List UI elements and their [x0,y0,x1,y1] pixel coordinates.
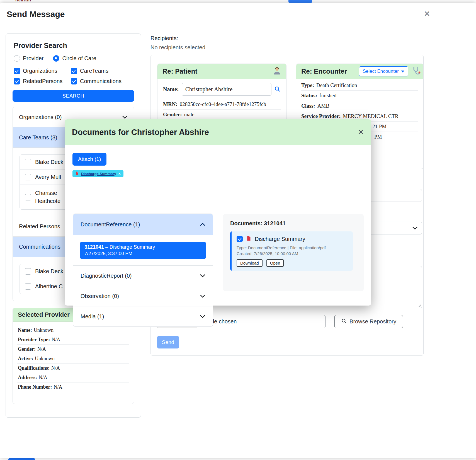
care-team-checkbox[interactable] [25,174,31,180]
send-button[interactable]: Send [157,336,179,348]
document-meta: Type: DocumentReference | File: applicat… [237,245,348,250]
dialog-title: Send Message [7,9,65,19]
provider-search-title: Provider Search [14,42,134,50]
stethoscope-icon [411,66,421,77]
chip-label: Discharge Summary [81,172,116,176]
related-persons-row-label: Related Persons [19,223,60,230]
section-media[interactable]: Media (1) [73,306,213,326]
document-name: Discharge Summary [255,236,305,242]
documents-modal: Documents for Christopher Abshire ✕ Atta… [65,119,371,306]
communication-checkbox[interactable] [25,283,31,290]
pdf-icon [246,235,251,243]
circle-of-care-radio-label: Circle of Care [62,55,96,62]
document-card: Discharge Summary Type: DocumentReferenc… [230,231,353,271]
patient-gender-row: Gender:male [163,110,281,120]
communications-checkbox-control[interactable] [71,78,77,84]
careteams-checkbox-control[interactable] [71,68,77,74]
document-checkbox[interactable] [237,236,243,242]
provider-search-mode-radios: Provider Circle of Care [14,55,133,62]
circle-of-care-radio-control[interactable] [53,55,59,62]
provider-radio-label: Provider [23,55,43,62]
resource-accordion: DocumentReference (1) 3121041 – Discharg… [73,214,213,327]
caret-down-icon [401,71,404,72]
documents-modal-header: Documents for Christopher Abshire ✕ [65,119,371,145]
care-team-label: Avery Mull [35,174,61,180]
provider-field: Provider Type:N/A [17,335,129,345]
encounter-field: Status:finished [301,91,418,101]
encounter-field: Type:Death Certification [301,80,418,91]
selected-provider-title: Selected Provider [18,311,70,318]
recipients-label: Recipients: [150,35,178,42]
re-patient-title: Re: Patient [162,67,197,75]
organizations-checkbox-control[interactable] [14,68,20,74]
background-page-top-strip: Refresh [0,0,476,3]
documents-heading: Documents: 3121041 [230,220,356,227]
attach-button[interactable]: Attach (1) [72,153,106,166]
recipients-empty-text: No recipients selected [150,44,205,51]
background-blue-button-fragment[interactable] [288,0,312,3]
section-diagnosticreport[interactable]: DiagnosticReport (0) [73,265,213,286]
patient-name-input[interactable] [182,83,271,96]
patient-mrn-row: MRN:028250cc-cfc0-4dee-a771-78fde1275fcb [163,99,281,110]
checkbox-organizations[interactable]: Organizations [14,68,71,74]
care-team-checkbox[interactable] [25,194,31,200]
textarea-resize-handle[interactable] [417,304,421,307]
section-documentreference[interactable]: DocumentReference (1) [73,214,213,235]
search-button[interactable]: SEARCH [13,90,134,102]
selected-provider-details: Name:Unknown Provider Type:N/A Gender:N/… [13,322,134,404]
select-encounter-button[interactable]: Select Encounter [359,66,408,76]
person-icon [273,67,281,76]
dialog-close-icon[interactable]: ✕ [424,10,430,18]
app-root: Refresh Send Message ✕ Provider Search P… [0,0,476,460]
provider-radio-control[interactable] [14,55,20,62]
communications-row-label: Communications [19,244,60,250]
background-bottom-button-fragment[interactable] [8,458,35,460]
checkbox-relatedpersons[interactable]: RelatedPersons [14,78,71,84]
relatedpersons-checkbox-label: RelatedPersons [23,78,62,84]
care-team-checkbox[interactable] [25,159,31,165]
re-encounter-header: Re: Encounter Select Encounter [296,64,423,79]
radio-provider[interactable]: Provider [14,55,43,62]
open-button[interactable]: Open [266,259,284,267]
send-message-dialog: Send Message ✕ Provider Search Provider … [0,3,476,458]
documents-modal-title: Documents for Christopher Abshire [72,128,209,137]
checkbox-communications[interactable]: Communications [71,78,133,84]
communications-checkbox-label: Communications [80,78,122,84]
provider-field: Active:Unknown [17,354,129,364]
download-button[interactable]: Download [237,259,263,267]
background-refresh-button[interactable]: Refresh [15,0,31,2]
chip-remove-icon[interactable]: × [118,171,121,176]
encounter-field: Class:AMB [301,101,418,111]
documentreference-panel: 3121041 – Discharge Summary 7/27/2025, 3… [73,235,213,265]
communication-label: Blake Deck [35,268,63,275]
documents-modal-body: Attach (1) Discharge Summary × DocumentR… [65,145,371,185]
organizations-row-label: Organizations (0) [19,114,62,120]
care-team-label: Charisse Heathcote [35,189,66,205]
attachment-chip[interactable]: Discharge Summary × [72,170,123,177]
chevron-down-icon [200,293,205,299]
chevron-down-icon [412,225,418,231]
dialog-header: Send Message ✕ [0,3,476,27]
re-patient-header: Re: Patient [157,64,286,79]
provider-field: Address:N/A [17,373,129,382]
radio-circle-of-care[interactable]: Circle of Care [53,55,96,62]
chevron-down-icon [122,114,128,120]
provider-field: Qualifications:N/A [17,364,129,373]
document-created: Created: 7/26/2025, 10:00:00 AM [237,251,348,256]
provider-field: Name:Unknown [17,326,129,335]
re-patient-body: Name: MRN:028250cc-cfc0-4dee-a771-78fde1… [157,79,286,120]
provider-field: Gender:N/A [17,345,129,354]
careteams-checkbox-label: CareTeams [80,68,108,74]
checkbox-careteams[interactable]: CareTeams [71,68,133,74]
care-team-label: Blake Deck [35,159,63,165]
provider-field: Phone Number:N/A [17,382,129,392]
browse-repository-button[interactable]: Browse Repository [334,315,403,328]
communication-checkbox[interactable] [25,268,31,275]
relatedpersons-checkbox-control[interactable] [14,78,20,84]
section-observation[interactable]: Observation (0) [73,286,213,306]
patient-search-icon[interactable] [274,86,280,93]
provider-search-filters: Organizations CareTeams RelatedPersons C… [14,68,133,84]
documents-modal-close-icon[interactable]: ✕ [358,129,364,136]
document-list-item-selected[interactable]: 3121041 – Discharge Summary 7/27/2025, 3… [80,242,206,259]
organizations-checkbox-label: Organizations [23,68,57,74]
